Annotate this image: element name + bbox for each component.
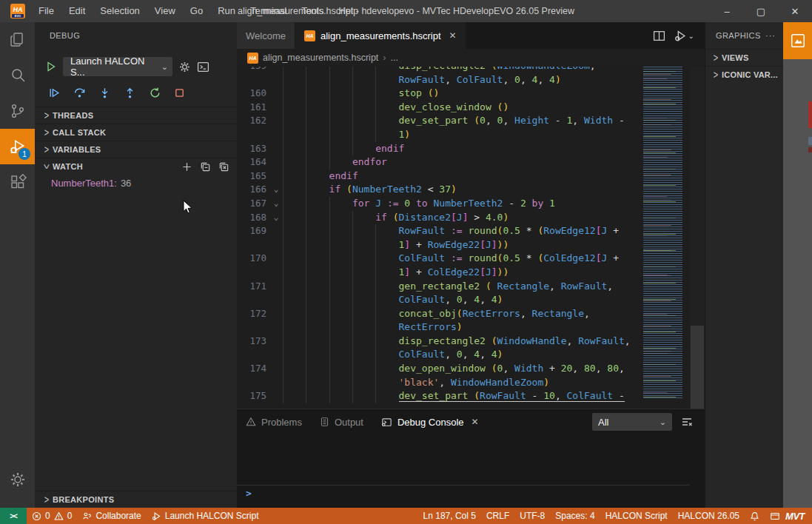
menu-item-view[interactable]: View [147, 0, 183, 22]
status-item-5[interactable]: HALCON 26.05 [673, 508, 745, 524]
code-row[interactable]: 160stop () [237, 87, 690, 101]
layout-icon[interactable] [770, 511, 780, 521]
code-row[interactable]: RowFault, ColFault, 0, 4, 4) [237, 73, 690, 87]
code-row[interactable]: 175dev_set_part (RowFault - 10, ColFault… [237, 389, 690, 403]
section-iconic-var-[interactable]: >ICONIC VAR... [705, 66, 783, 83]
section-call-stack[interactable]: >CALL STACK [35, 124, 237, 141]
code-row[interactable]: RectErrors) [237, 320, 690, 335]
section-breakpoints[interactable]: > BREAKPOINTS [35, 491, 237, 508]
code-row[interactable]: 167⌄for J := 0 to NumberTeeth2 - 2 by 1 [237, 197, 690, 211]
status-item-1[interactable]: CRLF [481, 508, 514, 524]
more-actions-icon[interactable]: ··· [765, 31, 776, 40]
code-row[interactable]: 1] + ColEdge22[J])) [237, 266, 690, 280]
code-row[interactable]: 172concat_obj(RectErrors, Rectangle, [237, 307, 690, 321]
panel-tab-debug-console[interactable]: Debug Console✕ [381, 417, 479, 428]
menu-item-file[interactable]: File [31, 0, 61, 22]
run-debug-icon[interactable]: 1 [0, 129, 35, 164]
explorer-icon[interactable] [0, 22, 35, 58]
code-row[interactable]: 168⌄if (Distance2[J] > 4.0) [237, 211, 690, 225]
menu-item-help[interactable]: Help [331, 0, 366, 22]
section-variables[interactable]: >VARIABLES [35, 141, 237, 158]
fold-icon[interactable]: ⌄ [269, 197, 283, 211]
code-row[interactable]: 159disp_rectangle2 (WindowHandleZoom, [237, 67, 690, 73]
minimap[interactable] [640, 67, 688, 400]
menu-item-run[interactable]: Run [210, 0, 243, 22]
run-or-debug-icon[interactable] [674, 30, 687, 42]
split-editor-icon[interactable] [653, 30, 665, 42]
code-row[interactable]: 170ColFault := round(0.5 * (ColEdge12[J … [237, 252, 690, 266]
code-row[interactable]: 171gen_rectangle2 ( Rectangle, RowFault, [237, 280, 690, 294]
status-item-3[interactable]: Spaces: 4 [550, 508, 600, 524]
source-control-icon[interactable] [0, 93, 35, 129]
code-row[interactable]: 162dev_set_part (0, 0, Height - 1, Width… [237, 114, 690, 128]
step-into-icon[interactable] [98, 87, 111, 99]
code-row[interactable]: ColFault, 0, 4, 4) [237, 293, 690, 307]
section-watch[interactable]: >WATCH [35, 158, 237, 175]
section-views[interactable]: >VIEWS [705, 49, 783, 66]
close-all-icon[interactable] [218, 161, 229, 172]
problems-status[interactable]: 0 0 [27, 508, 77, 524]
collaborate-button[interactable]: Collaborate [77, 508, 146, 524]
launch-config-dropdown[interactable]: Launch HALCON S... ⌄ [63, 57, 172, 76]
launch-script-button[interactable]: Launch HALCON Script [147, 508, 264, 524]
fold-icon[interactable]: ⌄ [269, 183, 283, 197]
bell-icon[interactable] [750, 511, 759, 521]
code-row[interactable]: 161dev_close_window () [237, 101, 690, 115]
close-tab-icon[interactable]: ✕ [449, 30, 457, 41]
filter-dropdown[interactable]: All⌄ [592, 413, 672, 431]
chevron-down-icon[interactable]: ⌄ [688, 32, 694, 40]
code-editor[interactable]: 159disp_rectangle2 (WindowHandleZoom,Row… [237, 67, 690, 409]
clear-console-icon[interactable] [681, 416, 693, 428]
settings-gear-icon[interactable] [0, 462, 35, 497]
search-icon[interactable] [0, 58, 35, 93]
code-row[interactable]: 1] + RowEdge22[J])) [237, 238, 690, 252]
graphics-view-icon[interactable] [783, 22, 812, 59]
menu-item-edit[interactable]: Edit [61, 0, 93, 22]
watch-entry[interactable]: NumberTeeth1:36 [35, 175, 237, 191]
panel-tab-output[interactable]: Output [320, 417, 363, 428]
status-item-4[interactable]: HALCON Script [600, 508, 673, 524]
close-panel-icon[interactable]: ✕ [472, 417, 479, 427]
menu-item-terminal[interactable]: Terminal [243, 0, 294, 22]
fold-icon[interactable]: ⌄ [269, 211, 283, 225]
code-row[interactable]: 169RowFault := round(0.5 * (RowEdge12[J … [237, 224, 690, 238]
debug-settings-gear-icon[interactable] [178, 61, 191, 73]
menu-item-selection[interactable]: Selection [93, 0, 147, 22]
editor-scrollbar[interactable] [690, 67, 705, 409]
code-row[interactable]: 1) [237, 128, 690, 142]
scrollbar-slider[interactable] [691, 326, 704, 414]
continue-icon[interactable] [48, 87, 61, 99]
start-debug-icon[interactable] [45, 61, 57, 73]
code-row[interactable]: 163endif [237, 142, 690, 156]
breadcrumb[interactable]: HA align_measurements.hscript › ... [237, 49, 705, 67]
menu-item-go[interactable]: Go [183, 0, 210, 22]
section-threads[interactable]: >THREADS [35, 107, 237, 124]
extensions-icon[interactable] [0, 164, 35, 200]
status-item-0[interactable]: Ln 187, Col 5 [418, 508, 481, 524]
remote-indicator[interactable]: >< [0, 508, 27, 524]
tab-welcome[interactable]: Welcome [237, 22, 295, 49]
add-expression-icon[interactable] [181, 161, 192, 172]
maximize-icon[interactable]: ▢ [744, 0, 778, 22]
minimize-icon[interactable]: – [710, 0, 744, 22]
breadcrumb-file[interactable]: align_measurements.hscript [263, 53, 378, 63]
code-row[interactable]: 'black', WindowHandleZoom) [237, 376, 690, 390]
status-item-2[interactable]: UTF-8 [514, 508, 550, 524]
stop-icon[interactable] [174, 87, 185, 98]
tab-align-measurements-hscript[interactable]: HAalign_measurements.hscript✕ [295, 22, 466, 49]
debug-console-input[interactable]: > [237, 485, 690, 501]
menu-item-tools[interactable]: Tools [294, 0, 331, 22]
close-icon[interactable]: ✕ [778, 0, 812, 22]
breadcrumb-more[interactable]: ... [391, 53, 398, 63]
code-row[interactable]: 174dev_open_window (0, Width + 20, 80, 8… [237, 362, 690, 376]
debug-console-open-icon[interactable] [197, 61, 209, 73]
collapse-all-icon[interactable] [200, 161, 211, 172]
code-row[interactable]: 165endif [237, 169, 690, 184]
panel-tab-problems[interactable]: Problems [246, 417, 302, 428]
code-row[interactable]: 164endfor [237, 155, 690, 169]
restart-icon[interactable] [149, 87, 161, 99]
step-out-icon[interactable] [124, 87, 136, 99]
code-row[interactable]: ColFault, 0, 4, 4) [237, 348, 690, 362]
step-over-icon[interactable] [73, 87, 86, 99]
code-row[interactable]: 173disp_rectangle2 (WindowHandle, RowFau… [237, 335, 690, 349]
